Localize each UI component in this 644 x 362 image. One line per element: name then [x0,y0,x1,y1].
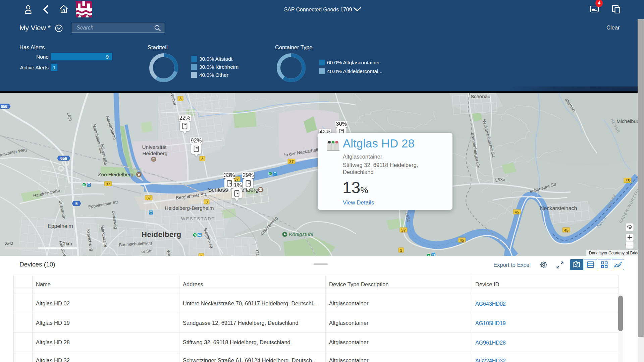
svg-text:Eppelheim: Eppelheim [48,223,73,229]
svg-text:Heidelberg: Heidelberg [143,150,168,156]
svg-text:Dark layer Courtesy of Bridg: Dark layer Courtesy of Bridg [589,251,638,255]
svg-text:Königstuhl: Königstuhl [289,231,313,237]
svg-text:Heidelberg: Heidelberg [142,230,181,239]
svg-text:S: S [269,172,271,176]
svg-text:3: 3 [201,157,203,161]
svg-text:2km: 2km [63,241,72,246]
svg-text:29%: 29% [243,172,254,178]
svg-text:45: 45 [460,238,464,242]
svg-text:37: 37 [289,160,294,164]
svg-text:45: 45 [515,210,519,214]
svg-text:0543: 0543 [5,241,13,245]
svg-text:33%: 33% [224,172,235,178]
svg-text:30%: 30% [336,121,347,127]
svg-text:3: 3 [206,200,208,204]
svg-text:Universität: Universität [142,144,167,150]
svg-text:1%: 1% [234,182,242,188]
svg-text:22%: 22% [179,115,190,121]
svg-text:Heidelberg-Bergheim: Heidelberg-Bergheim [165,205,214,211]
svg-text:Gai: Gai [255,250,260,256]
svg-text:45: 45 [564,228,569,232]
svg-text:Neckarsteinach: Neckarsteinach [540,205,577,211]
svg-text:Zoo Heidelberg: Zoo Heidelberg [98,172,133,177]
svg-text:5: 5 [75,201,78,206]
svg-text:45: 45 [626,179,630,183]
svg-text:L535: L535 [495,177,505,183]
svg-text:er Str.: er Str. [141,248,153,254]
svg-text:37: 37 [147,196,151,200]
svg-text:92%: 92% [191,137,202,143]
svg-text:Schönau: Schönau [471,94,490,99]
svg-text:S: S [194,234,196,237]
svg-text:37: 37 [106,182,110,186]
svg-text:37: 37 [401,228,406,232]
svg-text:Michelbuch: Michelbuch [616,118,638,124]
svg-text:656: 656 [60,156,67,161]
svg-text:656: 656 [1,104,7,109]
svg-text:WESTSTADT: WESTSTADT [181,216,215,221]
svg-text:3: 3 [179,97,181,101]
svg-text:3: 3 [400,248,402,252]
svg-text:S: S [83,183,85,187]
